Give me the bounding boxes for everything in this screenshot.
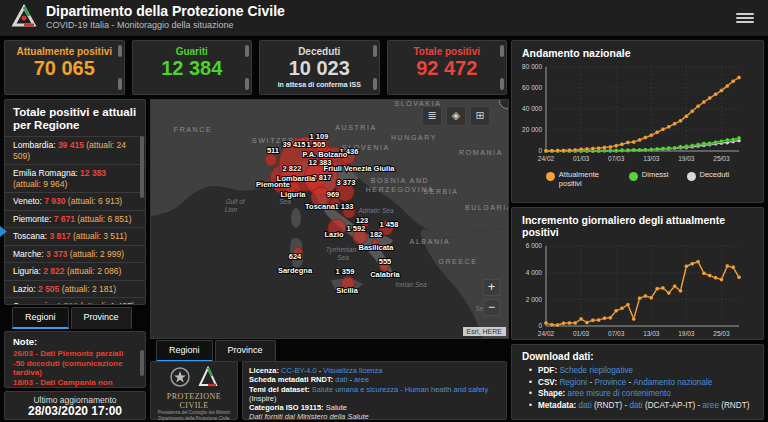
bubble-value-label: 1 133 <box>335 202 354 211</box>
region-current: (attuali: 2 181) <box>59 284 116 294</box>
data-point <box>649 147 653 151</box>
data-point <box>719 277 723 281</box>
data-point <box>567 148 571 152</box>
legend-item[interactable]: Deceduti <box>687 171 730 188</box>
x-tick-label: 19/03 <box>678 330 695 337</box>
card-scrollbar-bottom[interactable] <box>118 78 122 90</box>
link[interactable]: aree misure di contenimento <box>568 389 671 398</box>
country-label: ROMANIA <box>459 149 503 156</box>
daily-increase-chart[interactable]: 02 0004 0006 00024/0201/0307/0313/0319/0… <box>512 240 749 340</box>
basemap-icon[interactable]: ⊞ <box>470 106 490 126</box>
layers-icon[interactable]: ◈ <box>446 106 466 126</box>
data-point <box>731 265 735 269</box>
map-tab-province[interactable]: Province <box>215 340 276 362</box>
link[interactable]: Andamento nazionale <box>633 378 712 387</box>
card-scrollbar-top[interactable] <box>500 45 504 57</box>
data-point <box>620 306 624 310</box>
menu-icon[interactable] <box>736 11 754 25</box>
region-list-scrollbar[interactable] <box>140 136 144 198</box>
stat-card-value: 12 384 <box>133 57 252 80</box>
data-point <box>614 144 618 148</box>
card-scrollbar-top[interactable] <box>118 45 122 57</box>
data-point <box>638 296 642 300</box>
region-row[interactable]: Piemonte: 7 671 (attuali: 6 851) <box>5 210 145 228</box>
data-point <box>626 141 630 145</box>
legend-icon[interactable]: ≣ <box>422 106 442 126</box>
data-point <box>602 146 606 150</box>
region-row[interactable]: Lazio: 2 505 (attuali: 2 181) <box>5 280 145 298</box>
sea-label: Tyrrhenian <box>326 246 357 254</box>
link[interactable]: CC-BY-4.0 <box>281 366 317 375</box>
download-item: CSV: Regioni - Province - Andamento nazi… <box>538 377 763 389</box>
stat-card-2[interactable]: Deceduti10 023in attesa di conferma ISS <box>259 40 380 95</box>
region-name: Lazio: <box>13 284 38 294</box>
case-bubble[interactable] <box>265 154 277 166</box>
legend-item[interactable]: Attualmente positivi <box>546 171 611 188</box>
y-tick-label: 80 000 <box>522 63 542 70</box>
data-point <box>544 321 548 325</box>
national-trend-panel: Andamento nazionale 020 00040 00060 0008… <box>511 40 764 203</box>
bubble-value-label: 1 458 <box>380 220 399 229</box>
card-scrollbar-bottom[interactable] <box>245 78 249 90</box>
card-scrollbar-bottom[interactable] <box>500 78 504 90</box>
notes-scrollbar[interactable] <box>140 350 144 376</box>
zoom-out-button[interactable]: − <box>483 299 500 316</box>
data-point <box>620 142 624 146</box>
x-tick-label: 24/02 <box>538 155 555 162</box>
license-line: Licenza: CC-BY-4.0 - Visualizza licenza <box>249 366 500 375</box>
link[interactable]: Province <box>594 378 626 387</box>
map-zoom-controls: + − <box>483 279 500 316</box>
region-row[interactable]: Campania: 1 592 (attuali: 1 407) <box>5 297 145 305</box>
card-scrollbar-bottom[interactable] <box>373 78 377 90</box>
text: Metadata: <box>538 401 579 410</box>
data-point <box>562 148 566 152</box>
italy-map[interactable]: FRANCESWITZERLANDAUSTRIASLOVAKIAHUNGARYS… <box>150 99 509 339</box>
y-tick-label: 0 <box>538 322 542 329</box>
x-tick-label: 01/03 <box>573 330 590 337</box>
bubble-value-label: 182 <box>370 230 383 239</box>
stat-card-1[interactable]: Guariti12 384 <box>132 40 253 95</box>
data-point <box>579 147 583 151</box>
stat-card-3[interactable]: Totale positivi92 472 <box>387 40 508 95</box>
link[interactable]: dati <box>629 401 642 410</box>
card-scrollbar-top[interactable] <box>373 45 377 57</box>
region-row[interactable]: Marche: 3 373 (attuali: 2 999) <box>5 245 145 263</box>
region-row[interactable]: Emilia Romagna: 12 383 (attuali: 9 964) <box>5 164 145 192</box>
data-point <box>562 321 566 325</box>
national-trend-chart[interactable]: 020 00040 00060 00080 00024/0201/0307/03… <box>512 61 749 165</box>
link[interactable]: dati <box>579 401 592 410</box>
link[interactable]: aree <box>703 401 719 410</box>
map-tab-regioni[interactable]: Regioni <box>156 340 213 362</box>
link[interactable]: dati <box>335 375 347 384</box>
link[interactable]: Regioni <box>559 378 587 387</box>
region-row[interactable]: Veneto: 7 930 (attuali: 6 913) <box>5 192 145 210</box>
download-title: Download dati: <box>522 351 763 362</box>
data-point <box>614 148 618 152</box>
zoom-in-button[interactable]: + <box>483 279 500 296</box>
x-tick-label: 25/03 <box>713 330 730 337</box>
tab-regioni[interactable]: Regioni <box>12 307 69 329</box>
link[interactable]: aree <box>354 375 369 384</box>
data-point <box>684 264 688 268</box>
region-row[interactable]: Lombardia: 39 415 (attuali: 24 509) <box>5 136 145 164</box>
region-row[interactable]: Liguria: 2 822 (attuali: 2 086) <box>5 262 145 280</box>
region-row[interactable]: Toscana: 3 817 (attuali: 3 511) <box>5 227 145 245</box>
license-line: Scheda metadati RNDT: dati - aree <box>249 375 500 384</box>
link[interactable]: Schede riepilogative <box>559 366 633 375</box>
download-item: Metadata: dati (RNDT) - dati (DCAT-AP-IT… <box>538 400 763 412</box>
card-scrollbar-top[interactable] <box>245 45 249 57</box>
data-point <box>661 147 665 151</box>
data-point <box>679 289 683 293</box>
link[interactable]: Visualizza licenza <box>323 366 382 375</box>
data-point <box>725 84 729 88</box>
data-point <box>597 146 601 150</box>
data-point <box>579 317 583 321</box>
tab-province[interactable]: Province <box>71 307 132 329</box>
x-tick-label: 07/03 <box>608 155 625 162</box>
map-region-label: Sardegna <box>278 266 313 275</box>
link[interactable]: Salute umana e sicurezza - Human health … <box>312 385 488 394</box>
text: Salute <box>326 403 347 412</box>
data-point <box>608 145 612 149</box>
stat-card-0[interactable]: Attualmente positivi70 065 <box>4 40 125 95</box>
legend-item[interactable]: Dimessi <box>629 171 669 188</box>
